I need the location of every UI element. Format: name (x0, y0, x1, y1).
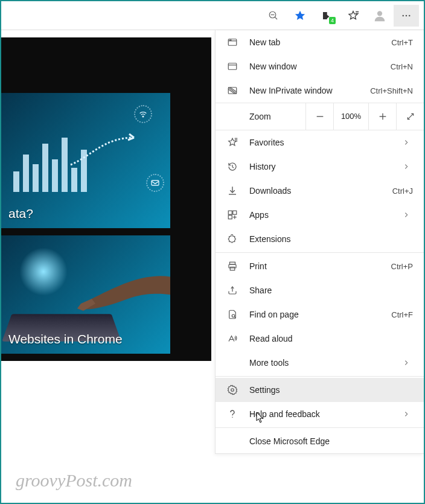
new-window-icon (226, 60, 238, 72)
article-card-1-title: ata? (8, 206, 33, 221)
fullscreen-button[interactable] (396, 103, 424, 130)
zoom-out-icon[interactable] (261, 5, 286, 27)
menu-print[interactable]: Print Ctrl+P (216, 254, 424, 278)
hand-decor (56, 272, 170, 314)
menu-label: Extensions (249, 234, 413, 244)
svg-rect-30 (230, 267, 235, 270)
svg-point-8 (409, 14, 411, 16)
chevron-right-icon (403, 360, 413, 366)
svg-point-6 (402, 14, 404, 16)
svg-rect-10 (152, 180, 159, 185)
svg-rect-14 (228, 63, 237, 70)
apps-icon (226, 209, 238, 221)
svg-rect-23 (228, 211, 232, 214)
menu-new-inprivate[interactable]: New InPrivate window Ctrl+Shift+N (216, 78, 424, 103)
menu-label: Favorites (249, 138, 403, 147)
svg-rect-13 (229, 40, 232, 41)
menu-zoom-row: Zoom 100% (216, 103, 424, 130)
menu-shortcut: Ctrl+T (391, 38, 413, 47)
menu-share[interactable]: Share (216, 278, 424, 302)
svg-point-34 (231, 389, 234, 392)
favorites-icon (226, 136, 238, 148)
share-icon (226, 284, 238, 296)
menu-label: New window (249, 62, 391, 71)
menu-help[interactable]: Help and feedback (216, 402, 424, 426)
svg-point-9 (142, 116, 144, 117)
new-tab-icon (226, 36, 238, 48)
article-card-1[interactable]: ata? (1, 93, 170, 228)
menu-label: New InPrivate window (249, 86, 370, 95)
menu-shortcut: Ctrl+N (391, 62, 413, 71)
menu-separator (216, 252, 424, 253)
downloads-icon (226, 185, 238, 197)
menu-shortcut: Ctrl+P (391, 262, 413, 271)
wifi-icon (134, 105, 152, 123)
menu-label: History (249, 162, 403, 171)
svg-point-31 (232, 314, 235, 317)
history-icon (226, 161, 238, 173)
find-icon (226, 308, 238, 321)
svg-rect-24 (233, 211, 237, 214)
menu-label: Read aloud (249, 334, 413, 343)
menu-extensions[interactable]: Extensions (216, 227, 424, 251)
menu-shortcut: Ctrl+J (392, 187, 413, 196)
menu-read-aloud[interactable]: Read aloud (216, 327, 424, 351)
watermark: groovyPost.com (16, 470, 132, 491)
menu-label: Settings (249, 385, 413, 395)
read-aloud-icon (226, 333, 238, 345)
print-icon (226, 260, 238, 272)
mail-icon (146, 174, 164, 192)
more-button[interactable] (394, 5, 419, 27)
blank-icon (226, 357, 238, 369)
arrow-line-decor (68, 132, 158, 168)
menu-label: Print (249, 261, 391, 271)
menu-downloads[interactable]: Downloads Ctrl+J (216, 179, 424, 203)
menu-label: New tab (249, 37, 391, 47)
chevron-right-icon (403, 411, 413, 417)
svg-point-35 (232, 417, 233, 418)
menu-label: Help and feedback (249, 409, 403, 419)
svg-line-1 (275, 17, 277, 19)
article-card-2-title: Websites in Chrome (8, 332, 123, 346)
zoom-in-button[interactable] (368, 103, 396, 130)
menu-shortcut: Ctrl+Shift+N (370, 86, 413, 95)
favorites-add-icon[interactable] (340, 5, 366, 27)
profile-icon[interactable] (367, 5, 392, 27)
favorites-star-icon[interactable] (287, 5, 313, 27)
toolbar: 4 (1, 1, 424, 30)
zoom-out-button[interactable] (305, 103, 333, 130)
menu-separator (216, 376, 424, 377)
menu-settings[interactable]: Settings (216, 378, 424, 402)
chevron-right-icon (403, 164, 413, 170)
svg-point-7 (406, 14, 407, 16)
chevron-right-icon (403, 212, 413, 218)
menu-apps[interactable]: Apps (216, 203, 424, 227)
menu-more-tools[interactable]: More tools (216, 351, 424, 375)
extension-badge: 4 (329, 17, 336, 24)
menu-label: Apps (249, 210, 403, 220)
menu-favorites[interactable]: Favorites (216, 130, 424, 155)
menu-new-window[interactable]: New window Ctrl+N (216, 54, 424, 78)
menu-history[interactable]: History (216, 155, 424, 179)
menu-label: Close Microsoft Edge (249, 436, 413, 446)
menu-label: Downloads (249, 186, 392, 196)
menu-shortcut: Ctrl+F (391, 310, 413, 319)
svg-point-5 (377, 11, 382, 16)
menu-label: Find on page (249, 310, 391, 319)
inprivate-icon (226, 85, 238, 97)
main-menu: New tab Ctrl+T New window Ctrl+N New InP… (215, 30, 424, 454)
article-card-2[interactable]: Websites in Chrome (1, 235, 170, 354)
gear-icon (226, 384, 238, 396)
svg-rect-25 (228, 215, 232, 219)
menu-separator (216, 427, 424, 428)
chevron-right-icon (403, 139, 413, 145)
extension-icon[interactable]: 4 (314, 5, 339, 27)
zoom-value: 100% (333, 103, 368, 130)
blank-icon (226, 435, 238, 447)
menu-label: More tools (249, 358, 403, 368)
help-icon (226, 408, 238, 420)
menu-close-edge[interactable]: Close Microsoft Edge (216, 429, 424, 453)
menu-new-tab[interactable]: New tab Ctrl+T (216, 30, 424, 54)
menu-find[interactable]: Find on page Ctrl+F (216, 302, 424, 327)
extensions-icon (226, 233, 238, 245)
